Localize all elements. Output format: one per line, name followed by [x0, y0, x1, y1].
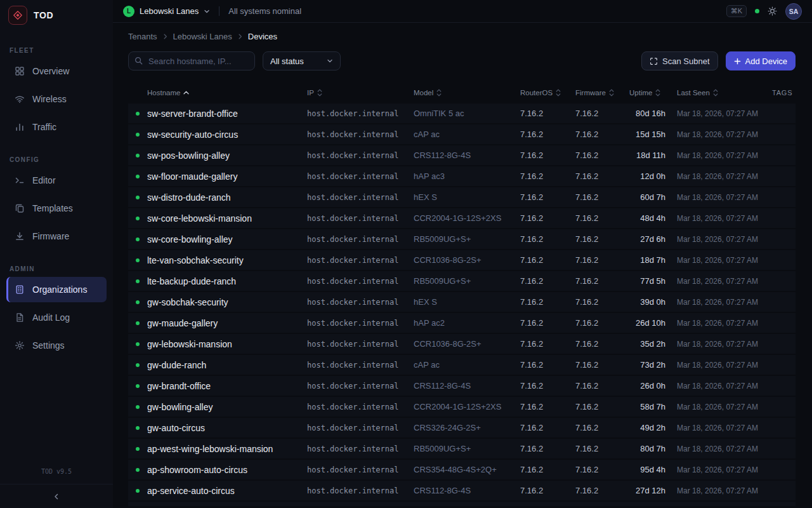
cell-model: hEX S — [414, 192, 520, 202]
device-table-header: Hostname IP Model — [128, 84, 796, 102]
column-header-firmware[interactable]: Firmware — [575, 89, 629, 97]
cell-ip: host.docker.internal — [307, 298, 414, 307]
cell-ip: host.docker.internal — [307, 465, 414, 474]
status-filter-select[interactable]: All status — [263, 51, 341, 70]
table-row[interactable]: ap-service-auto-circus host.docker.inter… — [128, 481, 796, 500]
column-header-tags: TAGS — [772, 89, 796, 97]
content: Tenants Lebowski Lanes Devices — [113, 23, 812, 508]
status-cell — [128, 258, 147, 262]
add-device-button[interactable]: Add Device — [726, 51, 796, 70]
column-header-ip[interactable]: IP — [307, 89, 414, 97]
cell-last-seen: Mar 18, 2026, 07:27 AM — [677, 214, 772, 223]
column-header-routeros[interactable]: RouterOS — [520, 89, 575, 97]
cell-hostname: lte-backup-dude-ranch — [147, 276, 307, 286]
sidebar-item-editor[interactable]: Editor — [6, 168, 107, 193]
cell-ip: host.docker.internal — [307, 424, 414, 432]
cell-routeros: 7.16.2 — [520, 109, 575, 118]
table-row[interactable]: gw-lebowski-mansion host.docker.internal… — [128, 334, 796, 354]
breadcrumb-tenants[interactable]: Tenants — [128, 32, 157, 41]
table-row[interactable]: lte-backup-dude-ranch host.docker.intern… — [128, 271, 796, 291]
column-header-uptime[interactable]: Uptime — [629, 89, 677, 97]
table-row[interactable]: ap-west-wing-lebowski-mansion host.docke… — [128, 439, 796, 458]
sidebar: TOD FLEET Overview — [0, 0, 113, 508]
cell-hostname: ap-showroom-auto-circus — [147, 465, 307, 475]
section-label-config: CONFIG — [10, 156, 103, 163]
sidebar-item-wireless[interactable]: Wireless — [6, 86, 107, 112]
tenant-switcher[interactable]: L Lebowski Lanes — [123, 6, 210, 17]
command-palette-shortcut[interactable]: ⌘K — [726, 5, 747, 17]
status-cell — [128, 321, 147, 325]
table-row[interactable]: sw-pos-bowling-alley host.docker.interna… — [128, 145, 796, 165]
column-header-hostname[interactable]: Hostname — [147, 89, 307, 97]
online-status-dot — [136, 405, 140, 409]
status-cell — [128, 154, 147, 157]
sidebar-item-label: Wireless — [32, 94, 67, 104]
sidebar-collapse-button[interactable] — [0, 484, 113, 508]
cell-routeros: 7.16.2 — [520, 381, 575, 391]
cell-hostname: gw-maude-gallery — [147, 318, 307, 328]
table-row[interactable]: sw-core-lebowski-mansion host.docker.int… — [128, 208, 796, 228]
cell-hostname: gw-sobchak-security — [147, 297, 307, 307]
column-label: IP — [307, 89, 314, 97]
table-row[interactable]: ap-showroom-auto-circus host.docker.inte… — [128, 460, 796, 479]
cell-last-seen: Mar 18, 2026, 07:27 AM — [677, 235, 772, 244]
cell-last-seen: Mar 18, 2026, 07:27 AM — [677, 340, 772, 349]
topbar-right: ⌘K SA — [726, 3, 802, 20]
device-table-body: sw-server-brandt-office host.docker.inte… — [128, 104, 796, 500]
cell-routeros: 7.16.2 — [520, 171, 575, 181]
app-logo: TOD — [0, 0, 113, 30]
sidebar-item-firmware[interactable]: Firmware — [6, 224, 107, 249]
scan-subnet-button[interactable]: Scan Subnet — [641, 51, 717, 70]
table-row[interactable]: lte-van-sobchak-security host.docker.int… — [128, 250, 796, 270]
sun-icon — [768, 6, 777, 16]
table-row[interactable]: gw-auto-circus host.docker.internal CRS3… — [128, 418, 796, 438]
online-status-dot — [136, 154, 140, 157]
table-row[interactable]: gw-sobchak-security host.docker.internal… — [128, 292, 796, 312]
status-cell — [128, 447, 147, 451]
cell-last-seen: Mar 18, 2026, 07:27 AM — [677, 382, 772, 391]
cell-model: CCR2004-1G-12S+2XS — [414, 213, 520, 223]
online-status-dot — [136, 196, 140, 199]
cell-model: cAP ac — [414, 360, 520, 370]
column-header-model[interactable]: Model — [414, 89, 520, 97]
cell-ip: host.docker.internal — [307, 151, 414, 160]
online-status-dot — [136, 258, 140, 262]
sidebar-item-templates[interactable]: Templates — [6, 196, 107, 221]
sidebar-item-audit-log[interactable]: Audit Log — [6, 305, 107, 330]
sidebar-item-label: Templates — [32, 203, 73, 213]
cell-last-seen: Mar 18, 2026, 07:27 AM — [677, 319, 772, 328]
table-row[interactable]: gw-dude-ranch host.docker.internal cAP a… — [128, 355, 796, 375]
sidebar-item-organizations[interactable]: Organizations — [6, 277, 107, 302]
column-label: TAGS — [772, 89, 792, 97]
building-icon — [15, 284, 25, 295]
online-status-dot — [136, 384, 140, 388]
table-row[interactable]: sw-floor-maude-gallery host.docker.inter… — [128, 166, 796, 186]
sidebar-item-settings[interactable]: Settings — [6, 333, 107, 358]
sidebar-item-overview[interactable]: Overview — [6, 58, 107, 84]
cell-uptime: 73d 2h — [629, 360, 677, 370]
chevron-right-icon — [237, 33, 244, 40]
table-row[interactable]: sw-server-brandt-office host.docker.inte… — [128, 104, 796, 123]
column-label: Model — [414, 89, 433, 97]
table-row[interactable]: gw-bowling-alley host.docker.internal CC… — [128, 397, 796, 417]
cell-uptime: 95d 4h — [629, 465, 677, 474]
cell-firmware: 7.16.2 — [575, 444, 629, 453]
table-row[interactable]: gw-brandt-office host.docker.internal CR… — [128, 376, 796, 396]
cell-routeros: 7.16.2 — [520, 402, 575, 411]
device-table: Hostname IP Model — [128, 84, 796, 506]
cell-model: CRS112-8G-4S — [414, 381, 520, 391]
table-row[interactable]: gw-maude-gallery host.docker.internal hA… — [128, 313, 796, 333]
cell-model: cAP ac — [414, 130, 520, 139]
table-row[interactable]: sw-security-auto-circus host.docker.inte… — [128, 124, 796, 144]
sidebar-item-traffic[interactable]: Traffic — [6, 114, 107, 140]
table-row[interactable]: sw-distro-dude-ranch host.docker.interna… — [128, 187, 796, 207]
theme-toggle-button[interactable] — [768, 6, 777, 16]
cell-routeros: 7.16.2 — [520, 150, 575, 160]
breadcrumb-tenant-name[interactable]: Lebowski Lanes — [173, 32, 232, 41]
column-header-last-seen[interactable]: Last Seen — [677, 89, 772, 97]
user-avatar[interactable]: SA — [785, 3, 802, 20]
search-input[interactable] — [128, 51, 255, 70]
cell-ip: host.docker.internal — [307, 361, 414, 370]
cell-firmware: 7.16.2 — [575, 255, 629, 265]
table-row[interactable]: sw-core-bowling-alley host.docker.intern… — [128, 229, 796, 249]
